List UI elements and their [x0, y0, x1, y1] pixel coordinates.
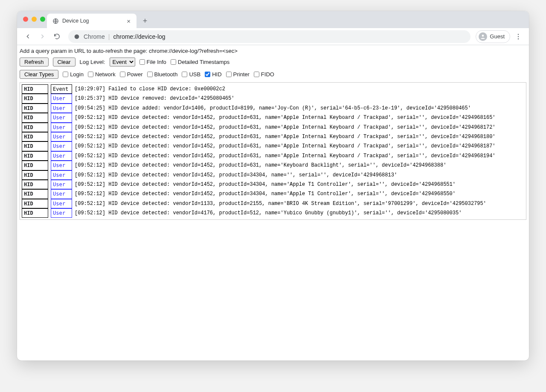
log-row: HIDUser[09:52:12] HID device detected: v… [22, 123, 524, 132]
type-filter-checkbox[interactable] [120, 72, 125, 77]
log-message: [09:52:12] HID device detected: vendorId… [75, 180, 456, 189]
log-message: [09:52:12] HID device detected: vendorId… [75, 199, 486, 208]
log-row: HIDUser[09:52:12] HID device detected: v… [22, 132, 524, 141]
type-filter-bluetooth[interactable]: Bluetooth [147, 71, 178, 78]
browser-tab[interactable]: Device Log × [47, 14, 136, 28]
controls-row-1: Refresh Clear Log Level: Event File Info… [19, 57, 527, 69]
type-filter-hid[interactable]: HID [205, 71, 221, 78]
log-row: HIDEvent[10:29:07] Failed to close HID d… [22, 84, 524, 94]
refresh-button[interactable]: Refresh [20, 58, 49, 66]
log-level-badge: User [51, 161, 72, 170]
type-filter-checkbox[interactable] [147, 72, 153, 77]
type-filter-checkbox[interactable] [88, 72, 93, 77]
log-level-badge: User [51, 123, 72, 132]
type-filter-usb[interactable]: USB [182, 71, 200, 78]
type-filter-login[interactable]: Login [63, 71, 84, 78]
log-level-badge: User [51, 113, 72, 122]
forward-button[interactable] [36, 30, 49, 43]
log-row: HIDUser[09:52:12] HID device detected: v… [22, 141, 524, 151]
log-tag: HID [22, 189, 48, 199]
close-window-button[interactable] [23, 17, 28, 22]
maximize-window-button[interactable] [40, 17, 45, 22]
log-tag: HID [22, 132, 48, 141]
profile-button[interactable]: Guest [476, 30, 510, 43]
type-filter-power[interactable]: Power [120, 71, 143, 78]
avatar-icon [479, 32, 487, 41]
file-info-checkbox[interactable]: File Info [139, 59, 166, 65]
svg-point-3 [518, 34, 519, 35]
address-bar[interactable]: Chrome | chrome://device-log [68, 30, 470, 43]
log-tag: HID [22, 151, 48, 161]
log-tag: HID [22, 199, 48, 208]
log-row: HIDUser[09:52:12] HID device detected: v… [22, 113, 524, 122]
log-tag: HID [22, 180, 48, 189]
log-tag: HID [22, 208, 48, 218]
log-tag: HID [22, 141, 48, 151]
type-filter-checkbox[interactable] [182, 72, 187, 77]
back-button[interactable] [21, 30, 34, 43]
omnibox-chip: Chrome [84, 33, 105, 40]
log-message: [09:52:12] HID device detected: vendorId… [75, 190, 456, 198]
type-filter-network[interactable]: Network [88, 71, 116, 78]
log-tag: HID [22, 170, 48, 180]
detailed-ts-input[interactable] [171, 59, 176, 65]
log-level-badge: User [51, 199, 72, 208]
log-message: [09:52:12] HID device detected: vendorId… [75, 142, 496, 150]
log-row: HIDUser[09:52:12] HID device detected: v… [22, 199, 524, 208]
log-tag: HID [22, 123, 48, 132]
log-area: HIDEvent[10:29:07] Failed to close HID d… [20, 82, 526, 220]
log-level-badge: User [51, 151, 72, 161]
log-message: [09:52:12] HID device detected: vendorId… [75, 152, 496, 160]
reload-button[interactable] [50, 30, 63, 43]
log-tag: HID [22, 84, 48, 94]
chrome-menu-button[interactable] [512, 30, 525, 43]
log-level-badge: User [51, 104, 72, 113]
type-filter-checkbox[interactable] [254, 72, 259, 77]
new-tab-button[interactable]: + [139, 15, 151, 27]
clear-types-button[interactable]: Clear Types [20, 70, 58, 79]
file-info-input[interactable] [139, 59, 145, 65]
log-message: [09:52:12] HID device detected: vendorId… [75, 161, 446, 170]
log-message: [10:29:07] Failed to close HID device: 0… [75, 85, 225, 93]
minimize-window-button[interactable] [32, 17, 37, 22]
log-tag: HID [22, 104, 48, 113]
log-message: [09:52:12] HID device detected: vendorId… [75, 209, 462, 217]
log-level-badge: User [51, 132, 72, 141]
clear-button[interactable]: Clear [53, 58, 76, 66]
log-row: HIDUser[10:25:37] HID device removed: de… [22, 94, 524, 103]
log-row: HIDUser[09:52:12] HID device detected: v… [22, 151, 524, 161]
log-message: [09:52:12] HID device detected: vendorId… [75, 113, 496, 122]
type-filter-label: Power [127, 71, 143, 78]
log-level-badge: User [51, 170, 72, 180]
detailed-ts-checkbox[interactable]: Detailed Timestamps [171, 59, 229, 65]
type-filter-label: Printer [233, 71, 250, 78]
type-filter-printer[interactable]: Printer [226, 71, 250, 78]
log-level-badge: User [51, 180, 72, 189]
log-level-badge: Event [51, 84, 72, 94]
type-filter-label: Bluetooth [154, 71, 178, 78]
log-row: HIDUser[09:52:12] HID device detected: v… [22, 189, 524, 199]
controls-row-2: Clear Types LoginNetworkPowerBluetoothUS… [19, 69, 527, 81]
log-message: [10:25:37] HID device removed: deviceId=… [75, 94, 234, 103]
log-level-badge: User [51, 94, 72, 103]
svg-point-1 [75, 34, 79, 39]
svg-point-2 [482, 35, 484, 37]
type-filter-checkbox[interactable] [205, 72, 210, 77]
type-filter-checkbox[interactable] [226, 72, 232, 77]
type-filter-label: Network [95, 71, 116, 78]
log-message: [09:52:12] HID device detected: vendorId… [75, 123, 496, 132]
log-level-select[interactable]: Event [110, 58, 135, 66]
refresh-hint: Add a query param in URL to auto-refresh… [19, 47, 527, 57]
log-message: [09:52:12] HID device detected: vendorId… [75, 133, 496, 141]
log-tag: HID [22, 94, 48, 103]
tab-close-button[interactable]: × [125, 17, 132, 25]
log-message: [09:54:25] HID device added: vendorId=14… [75, 104, 471, 112]
profile-label: Guest [490, 33, 505, 40]
svg-point-4 [518, 36, 519, 37]
type-filter-checkbox[interactable] [63, 72, 68, 77]
type-filter-fido[interactable]: FIDO [254, 71, 274, 78]
log-row: HIDUser[09:52:12] HID device detected: v… [22, 208, 524, 218]
log-row: HIDUser[09:52:12] HID device detected: v… [22, 180, 524, 189]
omnibox-url: chrome://device-log [113, 33, 165, 40]
site-info-icon[interactable] [73, 33, 80, 40]
